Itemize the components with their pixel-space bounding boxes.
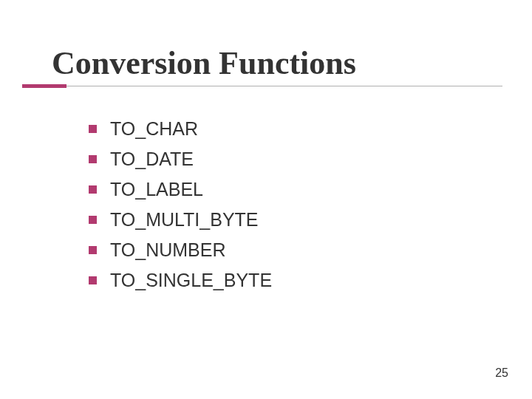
list-item: TO_CHAR (89, 118, 272, 140)
list-item-text: TO_DATE (110, 149, 194, 170)
list-item: TO_NUMBER (89, 239, 272, 261)
list-item-text: TO_CHAR (110, 118, 198, 140)
page-number: 25 (495, 366, 508, 380)
square-bullet-icon (89, 246, 97, 254)
rule-gray (22, 86, 502, 86)
list-item: TO_MULTI_BYTE (89, 209, 272, 231)
square-bullet-icon (89, 185, 97, 194)
list-item: TO_DATE (89, 149, 272, 170)
list-item-text: TO_MULTI_BYTE (110, 209, 259, 231)
list-item-text: TO_LABEL (110, 179, 203, 200)
list-item-text: TO_SINGLE_BYTE (110, 270, 272, 291)
square-bullet-icon (89, 155, 97, 163)
square-bullet-icon (89, 276, 97, 284)
list-item: TO_SINGLE_BYTE (89, 270, 272, 291)
rule-accent (22, 84, 66, 88)
title-block: Conversion Functions (52, 46, 502, 89)
slide-title: Conversion Functions (52, 46, 502, 81)
square-bullet-icon (89, 125, 97, 133)
content-list: TO_CHAR TO_DATE TO_LABEL TO_MULTI_BYTE T… (89, 118, 272, 300)
list-item-text: TO_NUMBER (110, 239, 226, 261)
title-underline (52, 84, 502, 89)
square-bullet-icon (89, 216, 97, 224)
list-item: TO_LABEL (89, 179, 272, 200)
